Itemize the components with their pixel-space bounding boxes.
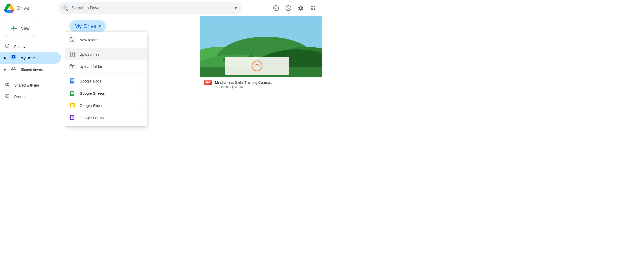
new-button[interactable]: New bbox=[4, 20, 36, 37]
google-slides-chevron-right-icon: › bbox=[141, 103, 143, 107]
new-folder-icon bbox=[69, 37, 75, 43]
google-forms-icon bbox=[69, 115, 75, 121]
dropdown-menu: New folder Upload files bbox=[65, 32, 147, 126]
main-layout: New Priority ▶ My Drive ▶ bbox=[0, 16, 322, 140]
content-area: My Drive ▾ New folder bbox=[65, 16, 322, 140]
my-drive-dropdown-arrow-icon: ▾ bbox=[99, 23, 101, 29]
gear-icon bbox=[298, 5, 304, 11]
dropdown-item-google-docs-label: Google Docs bbox=[79, 79, 102, 83]
settings-button[interactable] bbox=[296, 3, 306, 13]
sidebar: New Priority ▶ My Drive ▶ bbox=[0, 16, 65, 140]
search-input[interactable] bbox=[72, 6, 231, 10]
dropdown-item-google-sheets[interactable]: Google Sheets › bbox=[65, 87, 147, 99]
dropdown-item-google-forms-label: Google Forms bbox=[79, 116, 104, 120]
sidebar-item-shared-drives[interactable]: ▶ Shared drives bbox=[0, 64, 61, 75]
dropdown-item-google-sheets-label: Google Sheets bbox=[79, 91, 105, 95]
my-drive-icon bbox=[10, 55, 17, 61]
svg-point-9 bbox=[5, 44, 9, 48]
done-icon-button[interactable] bbox=[271, 3, 281, 13]
dropdown-item-new-folder-label: New folder bbox=[79, 38, 98, 42]
file-preview-card: PDF Mindfulness Skills-Training Curricul… bbox=[200, 16, 322, 140]
sidebar-item-shared-with-me-label: Shared with me bbox=[14, 83, 39, 87]
apps-button[interactable] bbox=[308, 3, 318, 13]
google-sheets-chevron-right-icon: › bbox=[141, 91, 143, 95]
dropdown-item-google-forms[interactable]: Google Forms › bbox=[65, 111, 147, 124]
help-button[interactable]: ? bbox=[283, 3, 293, 13]
plus-icon bbox=[10, 25, 17, 32]
google-sheets-icon bbox=[69, 90, 75, 96]
file-title: Mindfulness Skills-Training Curriculu... bbox=[215, 80, 276, 85]
svg-rect-31 bbox=[71, 118, 72, 119]
dropdown-item-upload-files-label: Upload files bbox=[79, 52, 99, 57]
dropdown-item-google-slides-label: Google Slides bbox=[79, 103, 103, 108]
header-icons: ? bbox=[271, 3, 318, 13]
google-forms-chevron-right-icon: › bbox=[141, 116, 143, 120]
my-drive-chevron-icon: ▶ bbox=[4, 56, 6, 60]
drive-logo-icon bbox=[4, 3, 14, 13]
sidebar-item-recent-label: Recent bbox=[14, 95, 25, 99]
help-icon: ? bbox=[285, 5, 291, 11]
dropdown-item-new-folder[interactable]: New folder bbox=[65, 34, 147, 46]
sidebar-item-priority-label: Priority bbox=[14, 45, 25, 49]
search-icon: 🔍 bbox=[62, 5, 69, 11]
google-docs-icon bbox=[69, 78, 75, 84]
sidebar-item-recent[interactable]: Recent bbox=[0, 91, 61, 102]
dropdown-item-upload-folder[interactable]: Upload folder bbox=[65, 60, 147, 73]
pdf-badge: PDF bbox=[204, 80, 212, 85]
shared-drives-chevron-icon: ▶ bbox=[4, 68, 6, 71]
sidebar-item-my-drive-label: My Drive bbox=[21, 56, 35, 60]
svg-rect-46 bbox=[225, 57, 289, 75]
new-button-label: New bbox=[20, 26, 30, 31]
google-slides-icon bbox=[69, 102, 75, 108]
shared-drives-icon bbox=[10, 66, 17, 73]
sidebar-item-shared-drives-label: Shared drives bbox=[21, 67, 43, 72]
sidebar-item-my-drive[interactable]: ▶ My Drive bbox=[0, 52, 61, 64]
file-subtitle: You opened just now bbox=[215, 85, 276, 89]
apps-icon bbox=[310, 5, 316, 11]
file-info: PDF Mindfulness Skills-Training Curricul… bbox=[200, 77, 322, 92]
dropdown-item-google-docs[interactable]: Google Docs › bbox=[65, 75, 147, 87]
my-drive-dropdown-button[interactable]: My Drive ▾ bbox=[69, 20, 106, 32]
upload-folder-icon bbox=[69, 63, 75, 69]
svg-rect-16 bbox=[70, 78, 74, 83]
dropdown-item-upload-folder-label: Upload folder bbox=[79, 64, 102, 69]
svg-rect-27 bbox=[71, 104, 74, 107]
upload-file-icon bbox=[69, 51, 75, 57]
shared-with-me-icon bbox=[4, 82, 10, 88]
sidebar-divider bbox=[0, 77, 65, 77]
search-dropdown-icon[interactable]: ▼ bbox=[234, 6, 237, 10]
priority-icon bbox=[4, 43, 10, 50]
sidebar-item-shared-with-me[interactable]: Shared with me bbox=[0, 79, 61, 91]
dropdown-divider-2 bbox=[65, 74, 147, 74]
svg-text:?: ? bbox=[287, 6, 289, 10]
svg-rect-28 bbox=[70, 115, 74, 120]
sidebar-item-priority[interactable]: Priority bbox=[0, 41, 61, 52]
header: Drive 🔍 ▼ ? bbox=[0, 0, 322, 16]
google-docs-chevron-right-icon: › bbox=[141, 79, 143, 83]
file-thumbnail bbox=[200, 16, 322, 77]
my-drive-button-label: My Drive bbox=[74, 23, 97, 30]
checkmark-circle-icon bbox=[273, 5, 279, 11]
svg-rect-30 bbox=[71, 117, 72, 118]
svg-rect-29 bbox=[71, 116, 72, 117]
dropdown-item-google-slides[interactable]: Google Slides › bbox=[65, 99, 147, 111]
dropdown-item-upload-files[interactable]: Upload files bbox=[65, 48, 147, 60]
svg-point-45 bbox=[304, 56, 309, 61]
search-bar[interactable]: 🔍 ▼ bbox=[58, 2, 242, 14]
logo-area: Drive bbox=[4, 3, 55, 13]
recent-icon bbox=[4, 93, 10, 100]
file-meta: Mindfulness Skills-Training Curriculu...… bbox=[215, 80, 276, 89]
app-title: Drive bbox=[16, 5, 29, 11]
dropdown-divider-1 bbox=[65, 47, 147, 47]
